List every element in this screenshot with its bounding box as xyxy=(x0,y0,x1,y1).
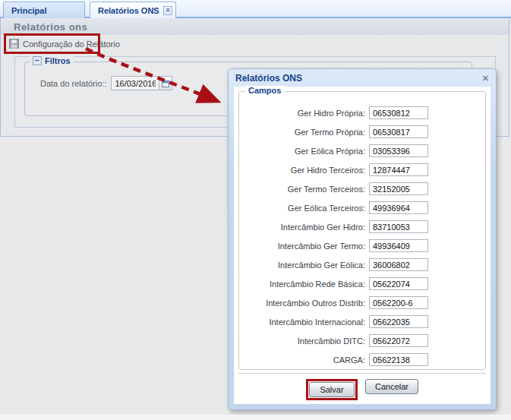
field-row: Ger Hidro Terceiros: xyxy=(239,160,485,179)
field-input[interactable] xyxy=(369,163,428,176)
campos-fieldset: Campos Ger Hidro Própria: Ger Termo Próp… xyxy=(238,91,486,370)
field-row: Intercâmbio Outros Distrib: xyxy=(239,293,485,312)
relatorios-ons-dialog: Relatórios ONS ✕ Campos Ger Hidro Própri… xyxy=(228,68,497,410)
field-label: CARGA: xyxy=(239,355,365,365)
tab-principal[interactable]: Principal xyxy=(3,2,85,18)
field-input[interactable] xyxy=(369,125,428,138)
field-input[interactable] xyxy=(369,315,428,328)
field-input[interactable] xyxy=(369,277,428,290)
field-row: Intercâmbio Ger Termo: xyxy=(239,236,485,255)
dialog-title: Relatórios ONS xyxy=(235,73,302,84)
annotation-highlight-save: Salvar xyxy=(306,379,358,400)
field-row: Intercâmbio DITC: xyxy=(239,331,485,350)
field-input[interactable] xyxy=(369,258,428,271)
field-label: Intercâmbio Ger Hidro: xyxy=(239,223,365,232)
field-row: Intercâmbio Rede Básica: xyxy=(239,274,485,293)
window-bottom-edge xyxy=(0,415,511,420)
save-button[interactable]: Salvar xyxy=(309,382,355,397)
field-label: Intercâmbio Ger Eólica: xyxy=(239,261,365,270)
field-input[interactable] xyxy=(369,201,428,214)
report-date-input[interactable] xyxy=(111,76,159,90)
field-input[interactable] xyxy=(369,296,428,309)
tab-close-icon[interactable]: ✕ xyxy=(163,6,172,15)
report-config-button-label: Configuração do Relátorio xyxy=(23,39,120,49)
filtros-legend-label: Filtros xyxy=(45,56,71,65)
tab-bar: Principal Relatórios ONS ✕ xyxy=(0,0,511,18)
campos-rows: Ger Hidro Própria: Ger Termo Própria: Ge… xyxy=(239,92,485,369)
field-label: Ger Eólica Terceiros: xyxy=(239,204,365,213)
field-input[interactable] xyxy=(369,182,428,195)
field-input[interactable] xyxy=(369,106,428,119)
campos-legend-label: Campos xyxy=(248,86,281,95)
field-row: Ger Termo Própria: xyxy=(239,122,485,141)
field-input[interactable] xyxy=(369,353,428,366)
field-label: Intercâmbio Rede Básica: xyxy=(239,279,365,289)
field-row: Ger Eólica Própria: xyxy=(239,141,485,160)
field-label: Ger Hidro Própria: xyxy=(239,109,365,118)
field-input[interactable] xyxy=(369,144,428,157)
report-config-button[interactable]: Configuração do Relátorio xyxy=(9,39,120,49)
field-input[interactable] xyxy=(369,239,428,252)
campos-legend: Campos xyxy=(245,86,284,95)
field-label: Ger Eólica Própria: xyxy=(239,147,365,156)
filtros-legend: − Filtros xyxy=(30,56,74,65)
dialog-close-icon[interactable]: ✕ xyxy=(482,74,489,83)
report-date-label: Data do relatório:: xyxy=(40,79,106,88)
field-input[interactable] xyxy=(369,220,428,233)
field-label: Intercâmbio Ger Termo: xyxy=(239,242,365,251)
tab-principal-label: Principal xyxy=(11,6,46,15)
field-label: Intercâmbio Outros Distrib: xyxy=(239,298,365,308)
field-label: Intercâmbio Internacional: xyxy=(239,317,365,327)
field-row: CARGA: xyxy=(239,350,485,369)
annotation-highlight-config: Configuração do Relátorio xyxy=(4,33,100,54)
dialog-footer: Salvar Cancelar xyxy=(238,373,486,404)
report-date-row: Data do relatório:: xyxy=(40,76,172,90)
dialog-titlebar[interactable]: Relatórios ONS ✕ xyxy=(229,69,496,86)
tab-relatorios-ons-label: Relatórios ONS xyxy=(98,6,159,15)
field-row: Ger Hidro Própria: xyxy=(239,103,485,122)
field-label: Ger Hidro Terceiros: xyxy=(239,166,365,175)
panel-title: Relatórios ons xyxy=(14,21,87,33)
field-row: Intercâmbio Ger Eólica: xyxy=(239,255,485,274)
panel-header: Relatórios ons xyxy=(1,18,509,35)
field-input[interactable] xyxy=(369,334,428,347)
field-row: Ger Termo Terceiros: xyxy=(239,179,485,198)
tab-relatorios-ons[interactable]: Relatórios ONS ✕ xyxy=(90,2,176,18)
save-icon xyxy=(9,39,19,49)
field-label: Intercâmbio DITC: xyxy=(239,336,365,346)
field-row: Ger Eólica Terceiros: xyxy=(239,198,485,217)
collapse-toggle-icon[interactable]: − xyxy=(33,56,42,65)
field-row: Intercâmbio Internacional: xyxy=(239,312,485,331)
dialog-body: Campos Ger Hidro Própria: Ger Termo Próp… xyxy=(234,87,490,404)
field-label: Ger Termo Terceiros: xyxy=(239,185,365,194)
calendar-icon xyxy=(162,80,169,87)
cancel-button[interactable]: Cancelar xyxy=(365,379,418,394)
field-row: Intercâmbio Ger Hidro: xyxy=(239,217,485,236)
app-screen: Principal Relatórios ONS ✕ Relatórios on… xyxy=(0,0,511,420)
field-label: Ger Termo Própria: xyxy=(239,128,365,137)
date-picker-trigger[interactable] xyxy=(159,76,172,90)
